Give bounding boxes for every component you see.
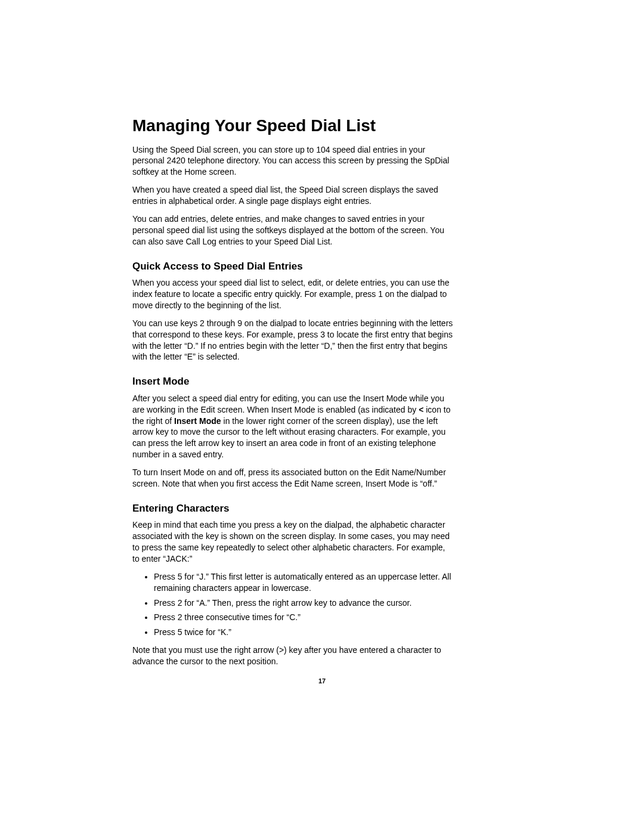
entering-characters-paragraph-2: Note that you must use the right arrow (… [132, 645, 454, 667]
page-content: Managing Your Speed Dial List Using the … [132, 116, 454, 674]
intro-paragraph-1: Using the Speed Dial screen, you can sto… [132, 144, 454, 178]
intro-paragraph-3: You can add entries, delete entries, and… [132, 213, 454, 247]
entering-characters-list: Press 5 for “J.” This first letter is au… [132, 571, 454, 638]
page-title: Managing Your Speed Dial List [132, 116, 454, 136]
insert-mode-paragraph-1: After you select a speed dial entry for … [132, 393, 454, 460]
intro-paragraph-2: When you have created a speed dial list,… [132, 184, 454, 207]
quick-access-paragraph-1: When you access your speed dial list to … [132, 277, 454, 311]
list-item: Press 2 three consecutive times for “C.” [154, 612, 454, 623]
insert-mode-bold-label: Insert Mode [174, 416, 221, 426]
insert-mode-heading: Insert Mode [132, 376, 454, 388]
entering-characters-paragraph-1: Keep in mind that each time you press a … [132, 519, 454, 565]
insert-mode-paragraph-2: To turn Insert Mode on and off, press it… [132, 467, 454, 490]
body-text: After you select a speed dial entry for … [132, 394, 444, 414]
list-item: Press 2 for “A.” Then, press the right a… [154, 597, 454, 609]
list-item: Press 5 for “J.” This first letter is au… [154, 571, 454, 594]
list-item: Press 5 twice for “K.” [154, 627, 454, 638]
quick-access-paragraph-2: You can use keys 2 through 9 on the dial… [132, 318, 454, 363]
page-number: 17 [0, 677, 644, 685]
quick-access-heading: Quick Access to Speed Dial Entries [132, 261, 454, 272]
entering-characters-heading: Entering Characters [132, 503, 454, 515]
